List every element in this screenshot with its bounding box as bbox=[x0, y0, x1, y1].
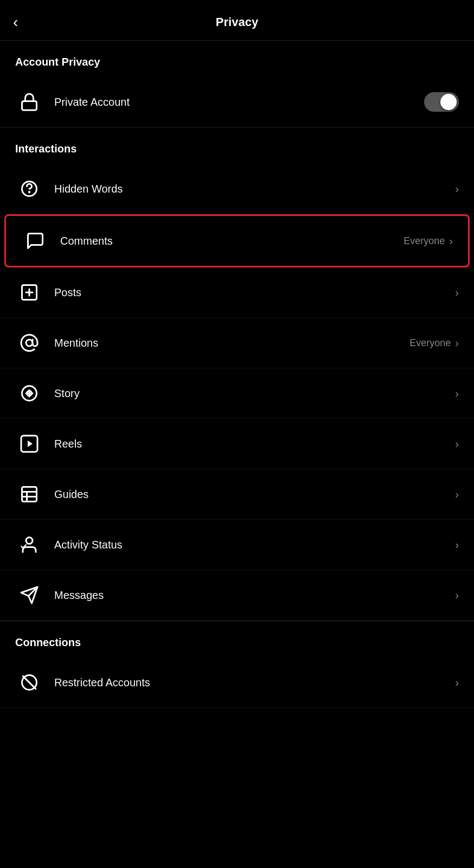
svg-rect-0 bbox=[22, 101, 37, 111]
posts-label: Posts bbox=[54, 286, 455, 299]
posts-row[interactable]: Posts › bbox=[0, 267, 474, 318]
private-account-row[interactable]: Private Account bbox=[0, 77, 474, 127]
activity-status-icon bbox=[15, 531, 43, 559]
comments-row[interactable]: Comments Everyone › bbox=[4, 214, 470, 267]
back-button[interactable]: ‹ bbox=[13, 15, 18, 30]
private-account-toggle[interactable] bbox=[424, 92, 459, 112]
restricted-accounts-chevron: › bbox=[455, 676, 459, 689]
guides-icon bbox=[15, 480, 43, 508]
toggle-knob bbox=[440, 94, 457, 110]
activity-status-row[interactable]: Activity Status › bbox=[0, 520, 474, 570]
lock-icon bbox=[15, 88, 43, 116]
hidden-words-label: Hidden Words bbox=[54, 183, 455, 195]
reels-label: Reels bbox=[54, 438, 455, 450]
posts-icon bbox=[15, 278, 43, 307]
svg-point-17 bbox=[26, 538, 33, 544]
toggle-switch[interactable] bbox=[424, 92, 459, 112]
activity-status-label: Activity Status bbox=[54, 539, 455, 551]
svg-line-21 bbox=[23, 676, 35, 688]
restricted-accounts-label: Restricted Accounts bbox=[54, 676, 455, 689]
restricted-accounts-icon bbox=[15, 668, 43, 697]
hidden-words-row[interactable]: Hidden Words › bbox=[0, 164, 474, 214]
story-icon bbox=[15, 379, 43, 407]
guides-row[interactable]: Guides › bbox=[0, 469, 474, 520]
private-account-label: Private Account bbox=[54, 96, 424, 108]
hidden-words-chevron: › bbox=[455, 183, 459, 195]
guides-label: Guides bbox=[54, 488, 455, 501]
connections-label: Connections bbox=[0, 621, 474, 658]
interactions-label: Interactions bbox=[0, 127, 474, 164]
page-title: Privacy bbox=[216, 15, 258, 29]
mentions-chevron: › bbox=[455, 337, 459, 349]
account-privacy-label: Account Privacy bbox=[0, 41, 474, 77]
posts-chevron: › bbox=[455, 286, 459, 299]
messages-chevron: › bbox=[455, 589, 459, 602]
comments-row-wrapper: Comments Everyone › bbox=[0, 214, 474, 267]
svg-point-2 bbox=[29, 192, 30, 193]
story-chevron: › bbox=[455, 387, 459, 400]
messages-row[interactable]: Messages › bbox=[0, 570, 474, 621]
comments-chevron: › bbox=[449, 235, 453, 247]
connections-section: Connections Restricted Accounts › bbox=[0, 621, 474, 708]
header: ‹ Privacy bbox=[0, 0, 474, 41]
mentions-value: Everyone bbox=[409, 337, 451, 349]
mentions-icon bbox=[15, 329, 43, 357]
comments-label: Comments bbox=[60, 235, 403, 247]
svg-point-6 bbox=[26, 340, 33, 346]
mentions-label: Mentions bbox=[54, 337, 409, 349]
activity-status-chevron: › bbox=[455, 539, 459, 551]
messages-icon bbox=[15, 581, 43, 609]
reels-row[interactable]: Reels › bbox=[0, 419, 474, 469]
svg-marker-12 bbox=[28, 441, 33, 447]
svg-rect-13 bbox=[22, 487, 37, 502]
mentions-row[interactable]: Mentions Everyone › bbox=[0, 318, 474, 368]
comments-value: Everyone bbox=[403, 235, 445, 247]
interactions-section: Interactions Hidden Words › Comments Eve… bbox=[0, 127, 474, 621]
comments-icon bbox=[21, 227, 49, 255]
restricted-accounts-row[interactable]: Restricted Accounts › bbox=[0, 658, 474, 708]
guides-chevron: › bbox=[455, 488, 459, 501]
hidden-words-icon bbox=[15, 175, 43, 203]
account-privacy-section: Account Privacy Private Account bbox=[0, 41, 474, 127]
story-label: Story bbox=[54, 387, 455, 400]
reels-chevron: › bbox=[455, 438, 459, 450]
messages-label: Messages bbox=[54, 589, 455, 602]
story-row[interactable]: Story › bbox=[0, 368, 474, 419]
reels-icon bbox=[15, 430, 43, 458]
